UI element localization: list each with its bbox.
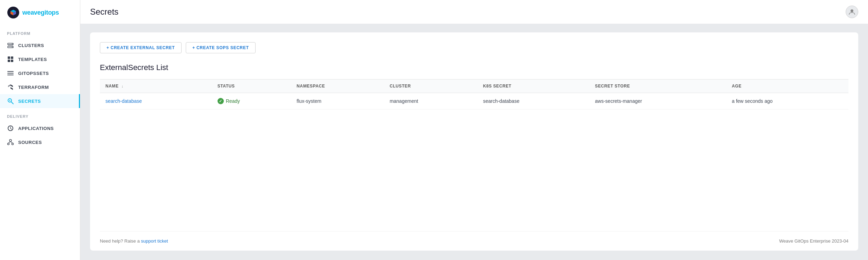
- sidebar-item-secrets[interactable]: SECRETS: [0, 94, 80, 108]
- col-secret-store: SECRET STORE: [589, 79, 726, 93]
- content-area: + CREATE EXTERNAL SECRET + CREATE SOPS S…: [80, 24, 868, 260]
- sidebar-item-templates[interactable]: TEMPLATES: [0, 52, 80, 66]
- col-status: STATUS: [212, 79, 291, 93]
- secrets-icon: [7, 98, 14, 105]
- svg-rect-9: [11, 60, 13, 62]
- sidebar-item-clusters-label: CLUSTERS: [18, 43, 44, 48]
- svg-marker-14: [8, 84, 10, 87]
- sidebar-item-terraform-label: TERRAFORM: [18, 85, 49, 90]
- svg-marker-13: [10, 84, 13, 87]
- sidebar-item-secrets-label: SECRETS: [18, 99, 41, 104]
- section-title: ExternalSecrets List: [100, 63, 848, 72]
- cell-secret-store: aws-secrets-manager: [589, 93, 726, 109]
- page-title: Secrets: [90, 7, 118, 17]
- main-area: Secrets + CREATE EXTERNAL SECRET + CREAT…: [80, 0, 868, 260]
- svg-rect-2: [8, 45, 13, 46]
- footer-bar: Need help? Raise a support ticket Weave …: [100, 231, 848, 251]
- status-ready: Ready: [218, 98, 286, 104]
- logo: weavegitops: [0, 0, 80, 25]
- create-external-secret-button[interactable]: + CREATE EXTERNAL SECRET: [100, 42, 182, 53]
- sort-icon-name[interactable]: ↓: [122, 84, 124, 88]
- status-dot: [218, 98, 224, 104]
- svg-line-23: [8, 142, 10, 143]
- sidebar-item-clusters[interactable]: CLUSTERS: [0, 38, 80, 52]
- cell-cluster: management: [384, 93, 478, 109]
- user-icon: [848, 8, 855, 15]
- svg-line-24: [10, 142, 13, 143]
- terraform-icon: [7, 84, 14, 91]
- sidebar-item-applications-label: APPLICATIONS: [18, 126, 54, 131]
- table-header-row: NAME ↓ STATUS NAMESPACE CLUSTER K8S SECR…: [100, 79, 848, 93]
- svg-point-4: [12, 44, 13, 44]
- content-card: + CREATE EXTERNAL SECRET + CREATE SOPS S…: [90, 32, 858, 251]
- sidebar: weavegitops PLATFORM CLUSTERS TEMPL: [0, 0, 80, 260]
- sidebar-item-sources[interactable]: SOURCES: [0, 135, 80, 149]
- svg-rect-6: [8, 56, 10, 59]
- logo-text: weavegitops: [22, 9, 59, 16]
- cell-name: search-database: [100, 93, 212, 109]
- logo-icon: [7, 6, 20, 19]
- sidebar-item-templates-label: TEMPLATES: [18, 57, 47, 62]
- external-secrets-table: NAME ↓ STATUS NAMESPACE CLUSTER K8S SECR…: [100, 79, 848, 109]
- footer-help: Need help? Raise a support ticket: [100, 238, 168, 244]
- col-namespace: NAMESPACE: [291, 79, 384, 93]
- delivery-label: DELIVERY: [0, 108, 80, 121]
- platform-label: PLATFORM: [0, 25, 80, 38]
- sidebar-item-terraform[interactable]: TERRAFORM: [0, 80, 80, 94]
- cell-k8s-secret: search-database: [477, 93, 589, 109]
- table-head: NAME ↓ STATUS NAMESPACE CLUSTER K8S SECR…: [100, 79, 848, 93]
- sources-icon: [7, 139, 14, 146]
- clusters-icon: [7, 42, 14, 49]
- templates-icon: [7, 56, 14, 63]
- svg-rect-8: [8, 60, 10, 62]
- table-body: search-database Ready flux-system manage…: [100, 93, 848, 109]
- cell-status: Ready: [212, 93, 291, 109]
- sidebar-item-gitopssets-label: GITOPSSETS: [18, 71, 49, 76]
- svg-point-5: [12, 47, 13, 47]
- topbar: Secrets: [80, 0, 868, 24]
- applications-icon: [7, 125, 14, 132]
- sidebar-item-applications[interactable]: APPLICATIONS: [0, 121, 80, 135]
- secret-name-link[interactable]: search-database: [105, 98, 142, 104]
- status-label: Ready: [226, 98, 240, 104]
- gitopssets-icon: [7, 70, 14, 77]
- support-ticket-link[interactable]: support ticket: [141, 238, 168, 244]
- sidebar-item-gitopssets[interactable]: GITOPSSETS: [0, 66, 80, 80]
- svg-rect-7: [11, 56, 13, 59]
- user-avatar[interactable]: [846, 6, 858, 18]
- svg-point-25: [851, 9, 853, 12]
- svg-line-17: [11, 102, 13, 104]
- table-row: search-database Ready flux-system manage…: [100, 93, 848, 109]
- svg-point-20: [9, 139, 12, 142]
- col-age: AGE: [726, 79, 848, 93]
- action-buttons: + CREATE EXTERNAL SECRET + CREATE SOPS S…: [100, 42, 848, 53]
- svg-marker-15: [10, 87, 13, 90]
- footer-help-prefix: Need help? Raise a: [100, 238, 141, 244]
- footer-version: Weave GitOps Enterprise 2023-04: [779, 238, 848, 244]
- col-cluster: CLUSTER: [384, 79, 478, 93]
- col-name: NAME ↓: [100, 79, 212, 93]
- cell-age: a few seconds ago: [726, 93, 848, 109]
- cell-namespace: flux-system: [291, 93, 384, 109]
- create-sops-secret-button[interactable]: + CREATE SOPS SECRET: [186, 42, 256, 53]
- col-k8s-secret: K8S SECRET: [477, 79, 589, 93]
- svg-point-22: [12, 143, 14, 145]
- svg-point-21: [8, 143, 9, 145]
- sidebar-item-sources-label: SOURCES: [18, 140, 42, 145]
